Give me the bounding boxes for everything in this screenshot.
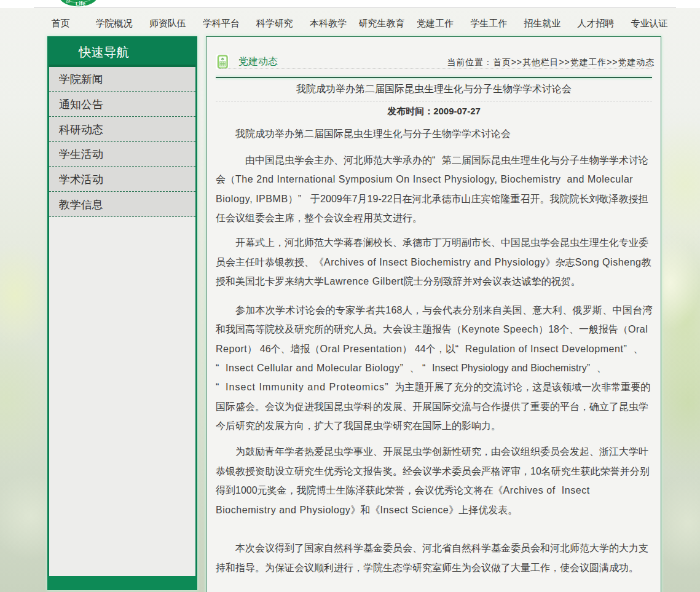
svg-text:Life: Life xyxy=(76,1,85,7)
